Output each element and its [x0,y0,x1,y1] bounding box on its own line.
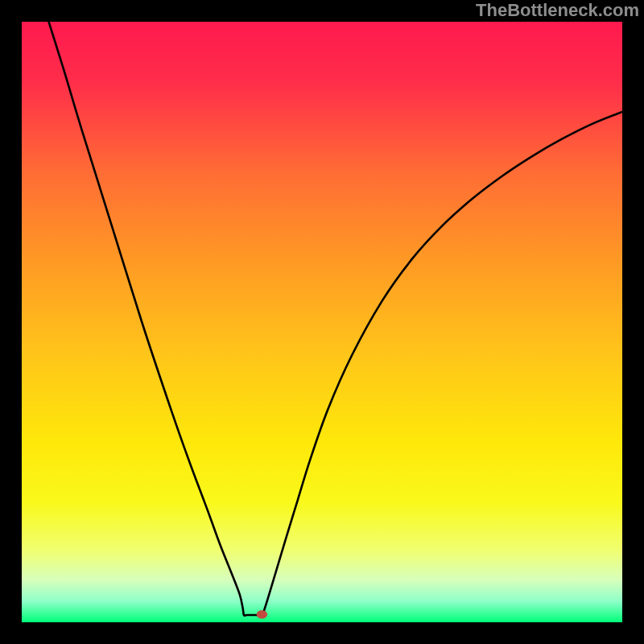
watermark-label: TheBottleneck.com [476,0,639,21]
curve-layer [22,22,622,622]
bottleneck-curve [49,22,622,616]
chart-frame: TheBottleneck.com [0,0,644,644]
min-marker-icon [257,610,267,618]
plot-area [22,22,622,622]
